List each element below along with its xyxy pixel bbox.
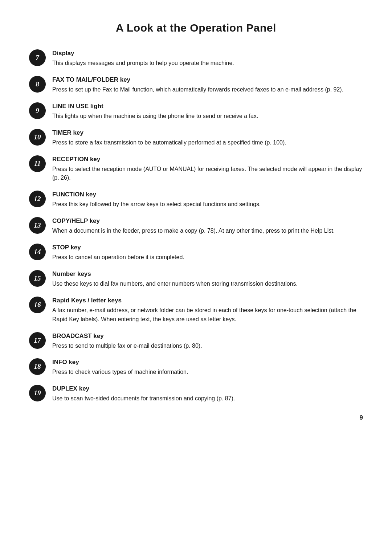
item-badge: 17 <box>29 332 46 349</box>
item-desc: A fax number, e-mail address, or network… <box>52 306 363 324</box>
page-title: A Look at the Operation Panel <box>29 22 363 34</box>
list-item: 8FAX TO MAIL/FOLDER keyPress to set up t… <box>29 75 363 94</box>
item-content: INFO keyPress to check various types of … <box>52 358 363 377</box>
item-content: DUPLEX keyUse to scan two-sided document… <box>52 384 363 403</box>
list-item: 17BROADCAST keyPress to send to multiple… <box>29 331 363 351</box>
item-desc: Press to send to multiple fax or e-mail … <box>52 342 363 351</box>
item-desc: Press to set up the Fax to Mail function… <box>52 85 363 94</box>
item-title: FAX TO MAIL/FOLDER key <box>52 76 363 84</box>
list-item: 10TIMER keyPress to store a fax transmis… <box>29 128 363 147</box>
item-content: Rapid Keys / letter keysA fax number, e-… <box>52 296 363 324</box>
item-title: INFO key <box>52 358 363 366</box>
item-content: LINE IN USE lightThis lights up when the… <box>52 102 363 121</box>
item-content: TIMER keyPress to store a fax transmissi… <box>52 128 363 147</box>
item-desc: When a document is in the feeder, press … <box>52 227 363 236</box>
item-badge: 9 <box>29 102 46 119</box>
item-badge: 13 <box>29 217 46 234</box>
item-content: Number keysUse these keys to dial fax nu… <box>52 269 363 289</box>
item-badge: 7 <box>29 49 46 66</box>
item-badge: 14 <box>29 244 46 260</box>
item-content: COPY/HELP keyWhen a document is in the f… <box>52 216 363 236</box>
item-badge: 8 <box>29 76 46 93</box>
item-content: STOP keyPress to cancel an operation bef… <box>52 243 363 262</box>
item-content: RECEPTION keyPress to select the recepti… <box>52 155 363 183</box>
item-desc: This displays messages and prompts to he… <box>52 59 363 68</box>
list-item: 19DUPLEX keyUse to scan two-sided docume… <box>29 384 363 403</box>
item-title: LINE IN USE light <box>52 102 363 110</box>
list-item: 13COPY/HELP keyWhen a document is in the… <box>29 216 363 236</box>
item-title: Number keys <box>52 270 363 278</box>
item-badge: 18 <box>29 358 46 375</box>
item-title: Rapid Keys / letter keys <box>52 297 363 305</box>
item-desc: Press this key followed by the arrow key… <box>52 200 363 209</box>
item-list: 7DisplayThis displays messages and promp… <box>29 49 363 403</box>
list-item: 11RECEPTION keyPress to select the recep… <box>29 155 363 183</box>
item-title: Display <box>52 49 363 57</box>
item-desc: Press to select the reception mode (AUTO… <box>52 165 363 183</box>
item-content: DisplayThis displays messages and prompt… <box>52 49 363 68</box>
item-desc: Use to scan two-sided documents for tran… <box>52 394 363 403</box>
list-item: 14STOP keyPress to cancel an operation b… <box>29 243 363 262</box>
item-title: BROADCAST key <box>52 332 363 340</box>
item-badge: 12 <box>29 191 46 207</box>
item-badge: 11 <box>29 155 46 172</box>
page-number: 9 <box>29 414 363 421</box>
list-item: 16Rapid Keys / letter keysA fax number, … <box>29 296 363 324</box>
item-content: FUNCTION keyPress this key followed by t… <box>52 190 363 209</box>
item-title: RECEPTION key <box>52 155 363 163</box>
item-title: COPY/HELP key <box>52 217 363 225</box>
item-badge: 16 <box>29 297 46 313</box>
list-item: 9LINE IN USE lightThis lights up when th… <box>29 102 363 121</box>
item-title: STOP key <box>52 244 363 252</box>
item-desc: This lights up when the machine is using… <box>52 112 363 121</box>
item-desc: Press to check various types of machine … <box>52 368 363 377</box>
list-item: 18INFO keyPress to check various types o… <box>29 358 363 377</box>
item-desc: Press to cancel an operation before it i… <box>52 253 363 262</box>
item-content: FAX TO MAIL/FOLDER keyPress to set up th… <box>52 75 363 94</box>
item-title: TIMER key <box>52 129 363 137</box>
list-item: 12FUNCTION keyPress this key followed by… <box>29 190 363 209</box>
item-content: BROADCAST keyPress to send to multiple f… <box>52 331 363 351</box>
item-badge: 10 <box>29 129 46 146</box>
list-item: 7DisplayThis displays messages and promp… <box>29 49 363 68</box>
list-item: 15Number keysUse these keys to dial fax … <box>29 269 363 289</box>
item-title: FUNCTION key <box>52 191 363 199</box>
item-badge: 19 <box>29 385 46 401</box>
item-title: DUPLEX key <box>52 385 363 393</box>
item-desc: Press to store a fax transmission to be … <box>52 138 363 147</box>
item-badge: 15 <box>29 270 46 287</box>
item-desc: Use these keys to dial fax numbers, and … <box>52 279 363 289</box>
